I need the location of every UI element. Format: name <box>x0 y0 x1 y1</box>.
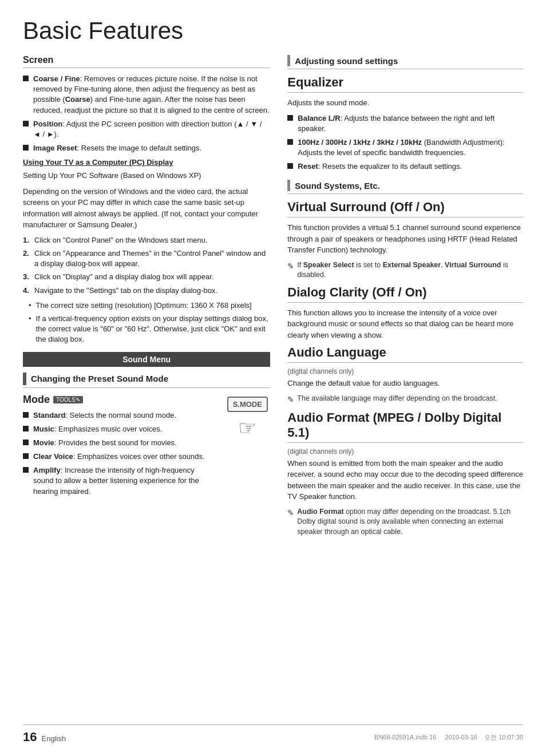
note-text: If Speaker Select is set to External Spe… <box>297 260 523 280</box>
note-text: The available language may differ depend… <box>297 394 497 404</box>
page-number: 16 <box>23 730 37 745</box>
footer-date: 2010-03-16 <box>445 734 477 741</box>
bullet-text: Standard: Selects the normal sound mode. <box>33 410 176 421</box>
list-item: 3.Click on "Display" and a display dialo… <box>23 272 270 282</box>
bullet-text: Clear Voice: Emphasizes voices over othe… <box>33 452 205 462</box>
note-icon: ✎ <box>287 261 294 272</box>
bullet-text: Music: Emphasizes music over voices. <box>33 424 162 434</box>
bullet-square-icon <box>23 453 29 459</box>
step-number: 3. <box>23 272 34 282</box>
mode-header: Mode TOOLS✎ <box>23 394 213 406</box>
list-item: 1.Click on "Control Panel" on the Window… <box>23 235 270 246</box>
mode-content: Mode TOOLS✎ Standard: Selects the normal… <box>23 394 213 501</box>
bullet-text: Image Reset: Resets the image to default… <box>33 143 201 153</box>
bullet-square-icon <box>23 440 29 445</box>
mode-title: Mode <box>23 394 50 406</box>
list-item: 2.Click on "Appearance and Themes" in th… <box>23 248 270 269</box>
bullet-text: Movie: Provides the best sound for movie… <box>33 438 177 448</box>
bullet-square-icon <box>23 467 29 473</box>
bullet-square-icon <box>23 121 29 126</box>
footer-left: 16 English <box>23 730 66 745</box>
sound-menu-bar: Sound Menu <box>23 352 270 367</box>
page-language: English <box>41 734 66 743</box>
list-item: Reset: Resets the equalizer to its defau… <box>287 161 523 172</box>
note-icon: ✎ <box>287 394 294 406</box>
left-column: Screen Coarse / Fine: Removes or reduces… <box>23 55 270 540</box>
pc-display-title: Using Your TV as a Computer (PC) Display <box>23 158 270 167</box>
mode-bullet-list: Standard: Selects the normal sound mode.… <box>23 410 213 497</box>
s-mode-label: S.MODE <box>227 397 268 412</box>
sound-systems-title: Sound Systems, Etc. <box>295 181 379 191</box>
adjusting-sound-title: Adjusting sound settings <box>295 56 398 66</box>
screen-bullet-list: Coarse / Fine: Removes or reduces pictur… <box>23 74 270 153</box>
virtual-surround-title: Virtual Surround (Off / On) <box>287 200 523 217</box>
note-icon: ✎ <box>287 508 294 519</box>
bullet-square-icon <box>23 412 29 418</box>
dialog-clarity-title: Dialog Clarity (Off / On) <box>287 285 523 303</box>
list-item: Standard: Selects the normal sound mode. <box>23 410 213 421</box>
footer-time: 오전 10:07:30 <box>484 734 523 741</box>
step-number: 1. <box>23 235 34 246</box>
list-item: Balance L/R: Adjusts the balance between… <box>287 113 523 134</box>
audio-language-body: Change the default value for audio langu… <box>287 378 523 389</box>
audio-format-title: Audio Format (MPEG / Dolby Digital 5.1) <box>287 410 523 443</box>
bold-label: Coarse / Fine <box>33 74 80 83</box>
bullet-text: Position: Adjust the PC screen position … <box>33 119 270 140</box>
footer: 16 English BN68-02591A.indb 16 2010-03-1… <box>23 725 523 745</box>
equalizer-bullet-list: Balance L/R: Adjusts the balance between… <box>287 113 523 172</box>
list-item: 100Hz / 300Hz / 1kHz / 3kHz / 10kHz (Ban… <box>287 137 523 158</box>
footer-right: BN68-02591A.indb 16 2010-03-16 오전 10:07:… <box>374 733 523 742</box>
list-item: Amplify: Increase the intensity of high-… <box>23 465 213 497</box>
bullet-square-icon <box>23 426 29 432</box>
pc-dot-list: The correct size setting (resolution) [O… <box>29 300 270 345</box>
footer-file-info: BN68-02591A.indb 16 <box>374 734 436 741</box>
right-column: Adjusting sound settings Equalizer Adjus… <box>287 55 523 540</box>
section-bar-accent-icon <box>23 373 26 385</box>
virtual-surround-body: This function provides a virtual 5.1 cha… <box>287 222 523 256</box>
dialog-clarity-body: This function allows you to increase the… <box>287 307 523 341</box>
sound-systems-bar: Sound Systems, Etc. <box>287 180 523 194</box>
step-number: 2. <box>23 248 34 259</box>
virtual-surround-note: ✎ If Speaker Select is set to External S… <box>287 260 523 280</box>
list-item: Coarse / Fine: Removes or reduces pictur… <box>23 74 270 116</box>
bullet-text: 100Hz / 300Hz / 1kHz / 3kHz / 10kHz (Ban… <box>298 137 523 158</box>
pc-steps-list: 1.Click on "Control Panel" on the Window… <box>23 235 270 296</box>
section-bar-accent-icon <box>287 55 290 66</box>
screen-section-title: Screen <box>23 55 270 68</box>
audio-language-title: Audio Language <box>287 345 523 363</box>
bullet-square-icon <box>287 115 293 121</box>
pc-display-intro: Setting Up Your PC Software (Based on Wi… <box>23 170 270 181</box>
page: Basic Features Screen Coarse / Fine: Rem… <box>0 0 546 756</box>
bullet-square-icon <box>287 139 293 145</box>
bullet-text: Coarse / Fine: Removes or reduces pictur… <box>33 74 270 116</box>
audio-format-note: ✎ Audio Format option may differ dependi… <box>287 507 523 537</box>
changing-preset-title: Changing the Preset Sound Mode <box>31 374 168 383</box>
audio-format-subtitle: (digital channels only) <box>287 448 523 456</box>
section-bar-accent-icon <box>287 180 290 191</box>
audio-language-subtitle: (digital channels only) <box>287 367 523 375</box>
changing-preset-bar: Changing the Preset Sound Mode <box>23 373 270 388</box>
mode-section: Mode TOOLS✎ Standard: Selects the normal… <box>23 394 270 501</box>
bullet-text: Amplify: Increase the intensity of high-… <box>33 465 213 497</box>
audio-format-body: When sound is emitted from both the main… <box>287 458 523 502</box>
audio-language-note: ✎ The available language may differ depe… <box>287 394 523 406</box>
list-item: Image Reset: Resets the image to default… <box>23 143 270 153</box>
pc-display-body: Depending on the version of Windows and … <box>23 186 270 231</box>
adjusting-sound-bar: Adjusting sound settings <box>287 55 523 69</box>
list-item: Music: Emphasizes music over voices. <box>23 424 213 434</box>
bullet-square-icon <box>23 76 29 81</box>
bullet-text: Reset: Resets the equalizer to its defau… <box>298 161 462 172</box>
bullet-square-icon <box>287 163 293 169</box>
bullet-square-icon <box>23 145 29 151</box>
bullet-text: Balance L/R: Adjusts the balance between… <box>298 113 523 134</box>
step-number: 4. <box>23 286 34 296</box>
list-item: The correct size setting (resolution) [O… <box>29 300 270 311</box>
list-item: Movie: Provides the best sound for movie… <box>23 438 213 448</box>
equalizer-intro: Adjusts the sound mode. <box>287 97 523 109</box>
two-column-layout: Screen Coarse / Fine: Removes or reduces… <box>23 55 523 540</box>
list-item: Position: Adjust the PC screen position … <box>23 119 270 140</box>
list-item: Clear Voice: Emphasizes voices over othe… <box>23 452 213 462</box>
tools-badge: TOOLS✎ <box>53 396 83 403</box>
list-item: If a vertical-frequency option exists on… <box>29 314 270 345</box>
note-text: Audio Format option may differ depending… <box>297 507 523 537</box>
